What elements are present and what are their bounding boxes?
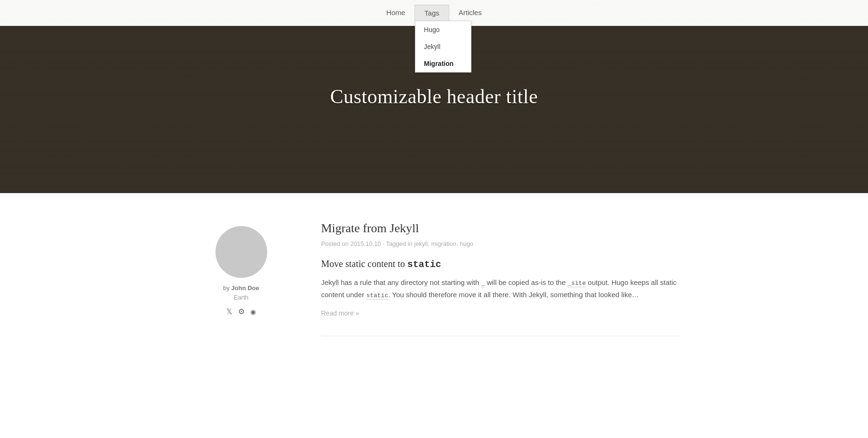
main-content: by John Doe Earth Migrate from Jekyll Po… bbox=[175, 221, 693, 336]
social-icons bbox=[226, 307, 256, 316]
rss-icon[interactable] bbox=[250, 307, 256, 316]
article-section: Migrate from Jekyll Posted on 2015.10.10… bbox=[321, 221, 679, 336]
nav-items: Home Tags Hugo Jekyll Migration Articles bbox=[377, 5, 491, 21]
navigation: Home Tags Hugo Jekyll Migration Articles bbox=[0, 0, 868, 26]
section-title: Move static content to static bbox=[321, 259, 679, 270]
read-more-link[interactable]: Read more » bbox=[321, 309, 679, 317]
dropdown-item-migration[interactable]: Migration bbox=[415, 55, 471, 72]
divider bbox=[321, 336, 679, 336]
hero-title: Customizable header title bbox=[330, 85, 538, 108]
hero-content: Customizable header title bbox=[330, 85, 538, 108]
nav-item-tags[interactable]: Tags Hugo Jekyll Migration bbox=[414, 5, 449, 21]
by-label: by John Doe bbox=[223, 284, 259, 292]
dropdown-item-hugo[interactable]: Hugo bbox=[415, 21, 471, 38]
twitter-icon[interactable] bbox=[226, 307, 232, 316]
avatar bbox=[215, 226, 267, 278]
github-icon[interactable] bbox=[238, 307, 245, 316]
dropdown-item-jekyll[interactable]: Jekyll bbox=[415, 38, 471, 55]
article-body: Jekyll has a rule that any directory not… bbox=[321, 276, 679, 301]
sidebar: by John Doe Earth bbox=[190, 221, 293, 336]
author-location: Earth bbox=[234, 294, 248, 301]
nav-item-home[interactable]: Home bbox=[377, 5, 414, 20]
author-name: John Doe bbox=[231, 284, 259, 292]
tags-dropdown: Hugo Jekyll Migration bbox=[415, 21, 471, 73]
nav-item-articles[interactable]: Articles bbox=[449, 5, 491, 20]
article-title: Migrate from Jekyll bbox=[321, 221, 679, 235]
article-meta: Posted on 2015.10.10 · Tagged in jekyll,… bbox=[321, 240, 679, 247]
